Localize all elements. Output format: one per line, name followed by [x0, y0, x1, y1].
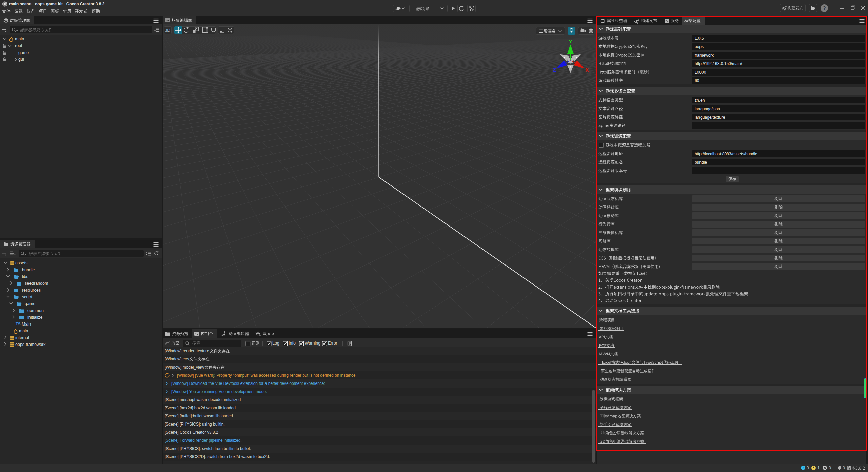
- svg-text:Z: Z: [553, 67, 556, 73]
- svg-text:Y: Y: [569, 39, 572, 44]
- svg-text:?: ?: [823, 5, 826, 11]
- svg-text:i: i: [803, 466, 804, 470]
- svg-text:X: X: [585, 67, 589, 73]
